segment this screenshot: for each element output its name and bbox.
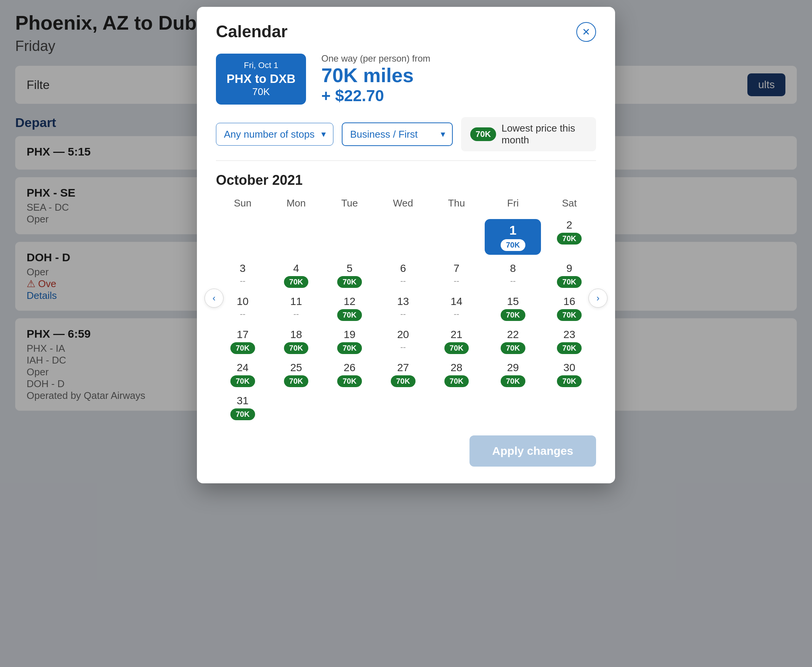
price-dash: -- [431, 276, 482, 286]
calendar-day-cell[interactable]: 29 70K [483, 358, 542, 391]
calendar-day-cell[interactable]: 31 70K [216, 391, 270, 424]
day-number: 13 [378, 295, 428, 308]
cabin-select-wrapper: Business / First Economy Premium Economy… [342, 123, 453, 146]
day-number: 24 [217, 362, 268, 374]
selected-day[interactable]: 1 70K [485, 219, 541, 255]
day-number: 8 [485, 262, 541, 275]
calendar-day-cell[interactable]: 2 70K [542, 215, 596, 259]
price-miles: 70K miles [321, 64, 430, 87]
calendar-day-cell [270, 391, 323, 424]
calendar-day-cell[interactable]: 10 -- [216, 292, 270, 325]
calendar-day-cell [376, 391, 430, 424]
calendar-day-cell[interactable]: 15 70K [483, 292, 542, 325]
apply-row: Apply changes [216, 435, 596, 466]
calendar-day-cell[interactable]: 4 70K [270, 259, 323, 292]
calendar-day-cell [323, 215, 376, 259]
stops-select[interactable]: Any number of stops Nonstop only 1 stop … [216, 123, 333, 146]
calendar-day-cell[interactable]: 11 -- [270, 292, 323, 325]
price-badge: 70K [391, 375, 416, 387]
day-number: 16 [544, 295, 595, 308]
calendar-day-cell [270, 215, 323, 259]
price-badge: 70K [444, 342, 469, 354]
price-dash: -- [217, 309, 268, 319]
lowest-price-text: Lowest price this month [501, 123, 587, 146]
day-number: 12 [324, 295, 375, 308]
calendar-week-row: 3 -- 4 70K 5 70K 6 -- 7 -- 8 -- 9 70K [216, 259, 596, 292]
calendar-day-cell[interactable]: 25 70K [270, 358, 323, 391]
selected-date-label: Fri, Oct 1 [227, 60, 295, 70]
cabin-select[interactable]: Business / First Economy Premium Economy [342, 123, 453, 146]
price-dash: -- [431, 309, 482, 319]
day-header-mon: Mon [270, 197, 323, 215]
calendar-day-cell[interactable]: 3 -- [216, 259, 270, 292]
modal-close-button[interactable]: ✕ [576, 22, 596, 42]
day-number: 4 [271, 262, 321, 275]
calendar-day-cell[interactable]: 30 70K [542, 358, 596, 391]
calendar-week-row: 31 70K [216, 391, 596, 424]
price-badge: 70K [500, 239, 525, 251]
calendar-prev-button[interactable]: ‹ [204, 289, 224, 308]
calendar-day-cell[interactable]: 14 -- [430, 292, 484, 325]
calendar-day-cell[interactable]: 13 -- [376, 292, 430, 325]
calendar-day-cell[interactable]: 7 -- [430, 259, 484, 292]
calendar-day-cell[interactable]: 26 70K [323, 358, 376, 391]
day-number: 7 [431, 262, 482, 275]
price-badge: 70K [557, 342, 582, 354]
price-badge: 70K [337, 276, 362, 288]
calendar-header-row: Sun Mon Tue Wed Thu Fri Sat [216, 197, 596, 215]
price-dash: -- [378, 309, 428, 319]
calendar-day-cell[interactable]: 28 70K [430, 358, 484, 391]
price-dash: -- [271, 309, 321, 319]
price-badge: 70K [230, 342, 255, 354]
price-from-label: One way (per person) from [321, 53, 430, 64]
day-number: 15 [485, 295, 541, 308]
day-header-wed: Wed [376, 197, 430, 215]
calendar-day-cell[interactable]: 1 70K [483, 215, 542, 259]
calendar-day-cell[interactable]: 12 70K [323, 292, 376, 325]
day-number: 19 [324, 329, 375, 341]
apply-changes-button[interactable]: Apply changes [469, 435, 596, 466]
calendar-day-cell[interactable]: 8 -- [483, 259, 542, 292]
calendar-day-cell[interactable]: 6 -- [376, 259, 430, 292]
calendar-day-cell[interactable]: 5 70K [323, 259, 376, 292]
calendar-container: ‹ › October 2021 Sun Mon Tue Wed Thu Fri… [216, 172, 596, 424]
calendar-day-cell[interactable]: 21 70K [430, 325, 484, 358]
day-number: 25 [271, 362, 321, 374]
calendar-day-cell [483, 391, 542, 424]
calendar-next-button[interactable]: › [588, 289, 608, 308]
calendar-day-cell [376, 215, 430, 259]
calendar-month-title: October 2021 [216, 172, 596, 188]
modal-date-price-row: Fri, Oct 1 PHX to DXB 70K One way (per p… [216, 53, 596, 105]
price-badge: 70K [444, 375, 469, 387]
calendar-day-cell[interactable]: 9 70K [542, 259, 596, 292]
calendar-day-cell[interactable]: 27 70K [376, 358, 430, 391]
calendar-day-cell[interactable]: 23 70K [542, 325, 596, 358]
day-header-sun: Sun [216, 197, 270, 215]
price-badge: 70K [557, 309, 582, 321]
day-number: 26 [324, 362, 375, 374]
calendar-day-cell[interactable]: 20 -- [376, 325, 430, 358]
calendar-day-cell [430, 215, 484, 259]
calendar-day-cell[interactable]: 22 70K [483, 325, 542, 358]
price-badge: 70K [230, 408, 255, 420]
price-badge: 70K [500, 309, 525, 321]
price-badge: 70K [500, 342, 525, 354]
day-number: 29 [485, 362, 541, 374]
day-number: 11 [271, 295, 321, 308]
calendar-day-cell[interactable]: 16 70K [542, 292, 596, 325]
calendar-day-cell[interactable]: 19 70K [323, 325, 376, 358]
day-header-thu: Thu [430, 197, 484, 215]
modal-title: Calendar [216, 22, 287, 41]
day-header-tue: Tue [323, 197, 376, 215]
calendar-day-cell[interactable]: 24 70K [216, 358, 270, 391]
day-number: 2 [544, 219, 595, 231]
price-badge: 70K [284, 276, 309, 288]
calendar-day-cell[interactable]: 18 70K [270, 325, 323, 358]
calendar-week-row: 10 -- 11 -- 12 70K 13 -- 14 -- 15 70K 16… [216, 292, 596, 325]
calendar-day-cell[interactable]: 17 70K [216, 325, 270, 358]
price-badge: 70K [284, 342, 309, 354]
day-number: 27 [378, 362, 428, 374]
day-number: 23 [544, 329, 595, 341]
price-badge: 70K [557, 276, 582, 288]
controls-row: Any number of stops Nonstop only 1 stop … [216, 117, 596, 161]
